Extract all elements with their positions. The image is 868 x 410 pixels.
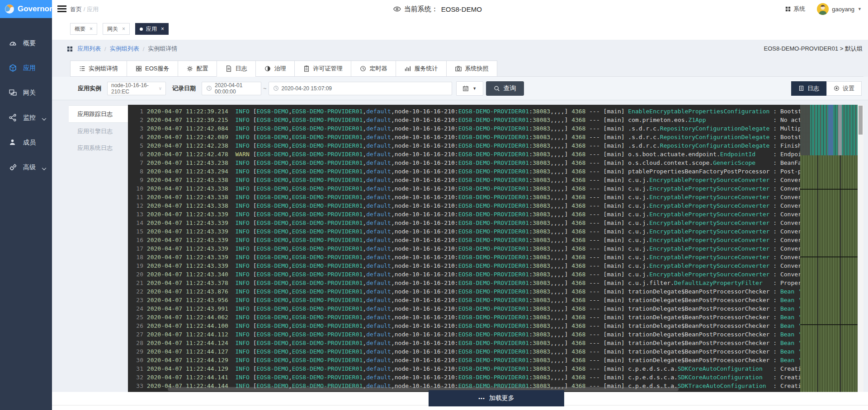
log-type-item[interactable]: 应用引擎日志 — [69, 123, 128, 140]
toolbar-tab[interactable]: 日志 — [217, 61, 256, 77]
log-view-button[interactable]: 日志 — [791, 81, 826, 96]
log-token: ,,,,] — [550, 297, 571, 303]
log-token: EOS8-DEMO — [256, 134, 288, 140]
logger-class: RepositoryConfigurationDelegate — [660, 142, 770, 149]
log-token: [ — [250, 280, 257, 286]
log-token: , — [288, 125, 292, 132]
line-number: 9 — [128, 176, 143, 184]
log-token: --- [main] — [585, 340, 628, 346]
window-tab[interactable]: 概要× — [70, 23, 97, 35]
system-menu[interactable]: 系统 — [785, 5, 805, 13]
log-token: default — [366, 151, 391, 158]
log-token: EOS8-DEMO-PROVIDER01 — [292, 288, 363, 295]
settings-button[interactable]: 设置 — [826, 81, 862, 96]
sidebar-item-user[interactable]: 成员 — [0, 130, 52, 155]
log-token: ,,,,] — [550, 211, 571, 218]
date-to-value: 2020-04-20 15:07:09 — [282, 85, 332, 92]
close-icon[interactable]: × — [90, 26, 93, 32]
date-to-input[interactable]: 2020-04-20 15:07:09 — [269, 82, 452, 95]
log-token: EOS8-DEMO-PROVIDER01 — [292, 237, 363, 243]
sidebar-item-gateway[interactable]: 网关 — [0, 80, 52, 105]
vertical-scrollbar-thumb[interactable] — [859, 106, 863, 135]
instance-select[interactable]: node-10-16-16-210:EC ∨ — [107, 82, 166, 95]
log-type-item[interactable]: 应用系统日志 — [69, 140, 128, 156]
logger-package: c.u.j. — [628, 254, 649, 261]
window-tab[interactable]: 网关× — [103, 23, 130, 35]
window-tab[interactable]: 应用× — [135, 23, 169, 35]
log-token: , — [288, 237, 292, 243]
log-token: [ — [250, 108, 257, 115]
log-token: , — [363, 357, 366, 363]
sidebar-item-gears[interactable]: 高级 — [0, 155, 52, 180]
log-token: , — [363, 177, 366, 183]
user-menu[interactable]: gaoyang ▼ — [817, 3, 862, 15]
log-token: [ — [250, 340, 257, 346]
toolbar-tab[interactable]: 系统快照 — [446, 61, 497, 77]
log-token: ,,,,] — [550, 108, 571, 115]
logger-class: EncryptablePropertySourceConverter — [649, 211, 769, 218]
sidebar-item-gauge[interactable]: 概要 — [0, 31, 52, 56]
log-token: 4368 — [571, 271, 585, 278]
log-token: ,,,,] — [550, 245, 571, 252]
timestamp: 2020-04-07 11:22:44.129 — [143, 357, 236, 363]
log-token: 4368 — [571, 134, 585, 140]
line-number: 14 — [128, 219, 143, 227]
horizontal-scrollbar[interactable] — [168, 387, 679, 391]
log-token: ,node-10-16-16-210: — [391, 134, 458, 140]
log-token: 4368 — [571, 348, 585, 355]
log-token: : — [769, 305, 780, 312]
minimap[interactable] — [800, 105, 858, 392]
calendar-picker-button[interactable]: ▼ — [456, 81, 483, 96]
log-level: INFO — [236, 211, 250, 218]
log-token: , — [288, 108, 292, 115]
search-button[interactable]: 查询 — [486, 81, 524, 96]
toolbar-tab[interactable]: 服务统计 — [396, 61, 447, 77]
log-token: default — [366, 340, 391, 346]
toolbar-tab[interactable]: 实例组详情 — [70, 61, 127, 77]
log-token: : — [769, 322, 780, 329]
log-token: : — [769, 340, 780, 346]
log-token: ,,,,] — [550, 288, 571, 295]
timestamp: 2020-04-07 11:22:43.294 — [143, 168, 236, 175]
breadcrumb-home[interactable]: 首页 — [70, 6, 82, 13]
log-token: , — [288, 159, 292, 166]
sidebar-item-share[interactable]: 监控 — [0, 105, 52, 130]
logger-package: trationDelegate$BeanPostProcessorChecker — [628, 322, 769, 329]
log-token: : — [529, 322, 533, 329]
log-token: 38083 — [533, 340, 550, 346]
log-token: --- [main] — [585, 134, 628, 140]
load-more-button[interactable]: ••• 加载更多 — [429, 390, 564, 406]
log-token: --- [main] — [585, 262, 628, 269]
log-token: 4368 — [571, 365, 585, 372]
date-from-input[interactable]: 2020-04-01 00:00:00 — [202, 82, 261, 95]
line-number: 27 — [128, 330, 143, 339]
close-icon[interactable]: × — [122, 26, 125, 32]
toolbar-tab[interactable]: 治理 — [255, 61, 295, 77]
toolbar-tab[interactable]: 配置 — [178, 61, 217, 77]
vertical-scrollbar[interactable] — [858, 105, 863, 392]
timestamp: 2020-04-07 11:22:43.339 — [143, 228, 236, 235]
cube-icon — [9, 64, 17, 72]
caret-down-icon: ▼ — [472, 86, 476, 91]
toolbar-tab[interactable]: 定时器 — [351, 61, 396, 77]
timestamp: 2020-04-07 11:22:44.124 — [143, 340, 236, 346]
hamburger-menu-icon[interactable] — [57, 5, 66, 13]
log-level: INFO — [236, 280, 250, 286]
close-icon[interactable]: × — [161, 26, 164, 32]
log-token: : — [529, 237, 533, 243]
log-viewer[interactable]: 1 2020-04-07 11:22:39.214 INFO [EOS8-DEM… — [128, 105, 863, 392]
log-type-item[interactable]: 应用跟踪日志 — [69, 106, 128, 123]
sidebar-item-cube[interactable]: 应用 — [0, 56, 52, 80]
line-number: 18 — [128, 253, 143, 261]
log-token: [ — [250, 314, 257, 321]
logger-package: c.u.j. — [628, 262, 649, 269]
clip-icon — [303, 65, 310, 72]
log-token: 38083 — [533, 142, 550, 149]
log-token: ,node-10-16-16-210: — [391, 374, 458, 381]
breadcrumb-item[interactable]: 应用列表 — [77, 45, 101, 53]
breadcrumb-item[interactable]: 实例组列表 — [110, 45, 139, 53]
toolbar-tab[interactable]: 许可证管理 — [294, 61, 351, 77]
log-token: EOS8-DEMO-PROVIDER01 — [292, 280, 363, 286]
log-token: 4368 — [571, 314, 585, 321]
toolbar-tab[interactable]: EOS服务 — [127, 61, 178, 77]
